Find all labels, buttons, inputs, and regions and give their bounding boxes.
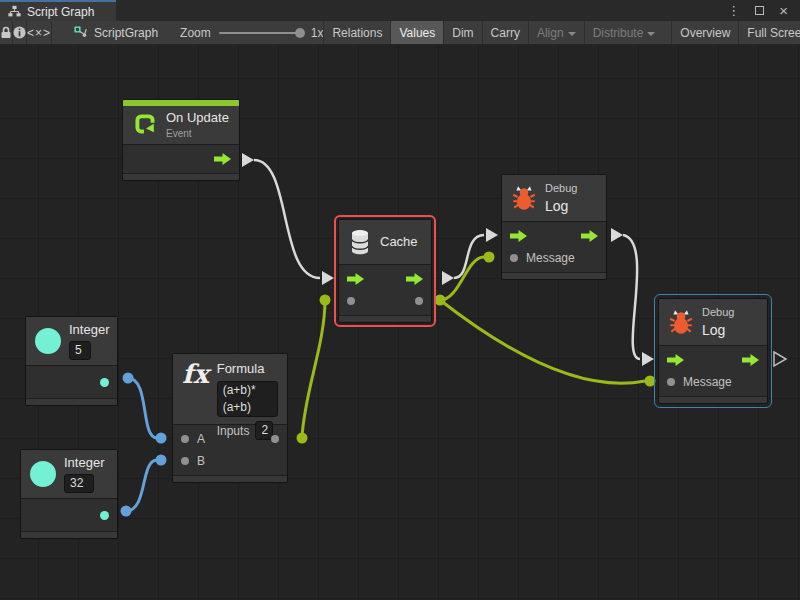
- integer-value-field[interactable]: 32: [64, 474, 94, 493]
- tab-title: Script Graph: [27, 5, 94, 19]
- port-label-message: Message: [683, 375, 732, 389]
- wire-onupdate-to-cache: [254, 160, 320, 278]
- graph-toolbar: <×> ScriptGraph Zoom 1x Relations Values…: [0, 21, 800, 45]
- zoom-control: Zoom 1x: [180, 21, 323, 44]
- node-integer-32[interactable]: Integer 32: [20, 449, 118, 539]
- wire-integer5-to-formula-a: [128, 378, 157, 438]
- port-label-message: Message: [526, 251, 575, 265]
- wire-cache-to-debuglog2-message: [440, 300, 645, 383]
- graph-name-indicator[interactable]: ScriptGraph: [74, 21, 158, 44]
- zoom-slider[interactable]: [219, 32, 303, 34]
- integer-icon: [35, 328, 61, 354]
- variables-button[interactable]: <×>: [27, 21, 52, 44]
- node-on-update[interactable]: On Update Event: [122, 99, 240, 181]
- exec-input-port[interactable]: [347, 273, 364, 285]
- tab-script-graph[interactable]: Script Graph: [0, 0, 116, 21]
- update-loop-icon: [132, 112, 158, 138]
- script-graph-window: Script Graph ⋮ × <×>: [0, 0, 800, 600]
- exec-output-port[interactable]: [214, 153, 231, 165]
- menu-icon[interactable]: ⋮: [727, 4, 740, 17]
- exec-output-port[interactable]: [742, 354, 759, 366]
- zoom-value: 1x: [311, 26, 324, 40]
- value-output-port[interactable]: [100, 378, 109, 387]
- node-debug-log-right[interactable]: Debug Log Message: [658, 298, 768, 404]
- carry-button[interactable]: Carry: [482, 21, 528, 44]
- info-button[interactable]: [13, 21, 27, 44]
- wire-formula-to-cache: [302, 300, 325, 438]
- node-title: Log: [702, 322, 734, 339]
- integer-icon: [30, 461, 56, 487]
- node-title: Formula: [217, 361, 278, 377]
- node-subtitle: Event: [166, 128, 229, 140]
- node-title: Cache: [380, 234, 418, 250]
- node-footer: [502, 272, 606, 279]
- relations-button[interactable]: Relations: [323, 21, 390, 44]
- input-port-b[interactable]: [181, 457, 189, 465]
- full-screen-button[interactable]: Full Screen: [738, 21, 800, 44]
- lock-button[interactable]: [0, 21, 13, 44]
- node-footer: [173, 475, 287, 482]
- lock-icon: [0, 26, 12, 39]
- dim-button[interactable]: Dim: [443, 21, 481, 44]
- formula-fx-icon: fx: [182, 361, 209, 387]
- wire-integer32-to-formula-b: [126, 460, 157, 511]
- value-output-port[interactable]: [100, 511, 109, 520]
- wire-debuglog1-to-debuglog2: [623, 235, 640, 359]
- overview-button[interactable]: Overview: [671, 21, 738, 44]
- value-input-port[interactable]: [347, 297, 355, 305]
- info-icon: [13, 26, 26, 39]
- toolbar-right-group: Relations Values Dim Carry Align Distrib…: [323, 21, 800, 44]
- graph-name-label: ScriptGraph: [94, 26, 158, 40]
- value-output-port[interactable]: [271, 435, 279, 443]
- exec-input-port[interactable]: [510, 230, 527, 242]
- maximize-icon[interactable]: [755, 6, 764, 15]
- blue-wire-endpoints: [121, 373, 167, 517]
- exec-input-port[interactable]: [667, 354, 684, 366]
- node-kicker: Debug: [702, 305, 734, 319]
- node-integer-5[interactable]: Integer 5: [25, 316, 118, 406]
- node-footer: [339, 315, 431, 322]
- chevron-down-icon: [647, 32, 655, 36]
- close-icon[interactable]: ×: [779, 3, 788, 18]
- zoom-label: Zoom: [180, 26, 211, 40]
- align-dropdown[interactable]: Align: [528, 21, 584, 44]
- unconnected-exec-output-arrow[interactable]: [774, 352, 786, 366]
- value-output-port[interactable]: [415, 297, 423, 305]
- node-title: Integer: [64, 455, 104, 471]
- bug-icon: [511, 184, 537, 212]
- chevron-down-icon: [568, 32, 576, 36]
- node-footer: [659, 396, 767, 403]
- node-formula[interactable]: fx Formula (a+b)*(a+b) Inputs 2 A: [172, 353, 288, 483]
- node-footer: [21, 531, 117, 538]
- message-input-port[interactable]: [510, 254, 518, 262]
- node-cache[interactable]: Cache: [338, 219, 432, 323]
- value-wires-blue: [126, 378, 157, 511]
- node-title: Integer: [69, 322, 109, 338]
- script-graph-icon: [74, 26, 88, 40]
- values-button[interactable]: Values: [390, 21, 443, 44]
- port-label-a: A: [197, 432, 205, 446]
- bug-icon: [668, 308, 694, 336]
- node-footer: [123, 173, 239, 180]
- database-icon: [348, 229, 372, 255]
- node-footer: [26, 398, 117, 405]
- formula-expression-field[interactable]: (a+b)*(a+b): [217, 381, 278, 417]
- window-controls: ⋮ ×: [727, 0, 800, 21]
- node-kicker: Debug: [545, 181, 577, 195]
- distribute-dropdown[interactable]: Distribute: [584, 21, 664, 44]
- graph-canvas[interactable]: On Update Event: [0, 45, 800, 600]
- exec-output-port[interactable]: [406, 273, 423, 285]
- integer-value-field[interactable]: 5: [69, 341, 91, 360]
- port-label-b: B: [197, 454, 205, 468]
- variables-icon: <×>: [27, 26, 51, 40]
- tab-bar: Script Graph ⋮ ×: [0, 0, 800, 21]
- input-port-a[interactable]: [181, 435, 189, 443]
- zoom-slider-handle[interactable]: [295, 28, 305, 38]
- exec-output-port[interactable]: [581, 230, 598, 242]
- message-input-port[interactable]: [667, 378, 675, 386]
- node-title: On Update: [166, 110, 229, 126]
- graph-hierarchy-icon: [8, 5, 21, 18]
- node-debug-log-top[interactable]: Debug Log Message: [501, 174, 607, 280]
- node-title: Log: [545, 198, 577, 215]
